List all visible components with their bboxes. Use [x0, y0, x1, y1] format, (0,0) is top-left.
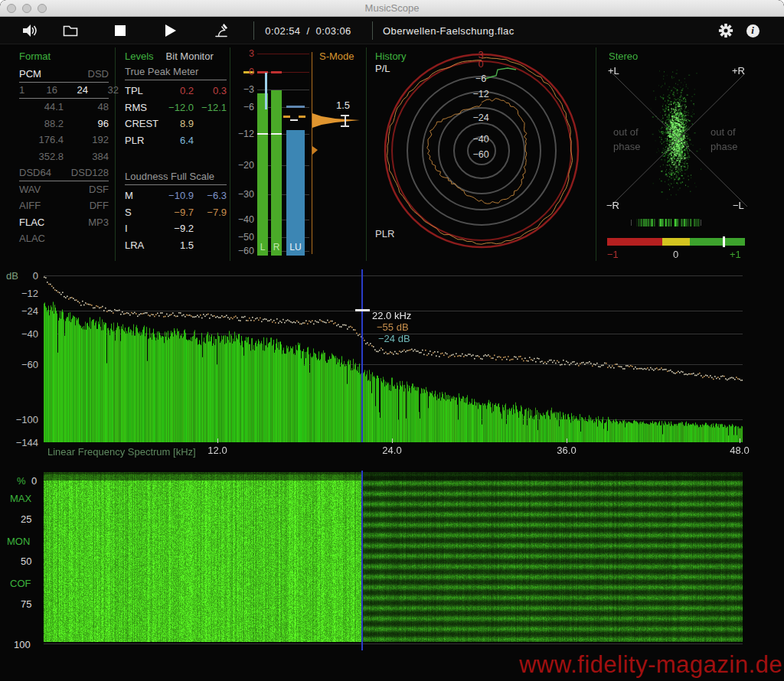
spectrogram-scale-label: %: [17, 475, 26, 487]
smode-value: 1.5: [336, 99, 350, 111]
time-display: 0:02:54 / 0:03:06: [260, 17, 356, 44]
levels-value: 1.5: [163, 239, 194, 251]
spectrum-db-label: −24: [8, 305, 38, 317]
spectrogram-scale-label: 50: [21, 556, 31, 567]
cursor-avg-level: −55 dB: [377, 321, 409, 333]
format-option: DSD64: [19, 167, 51, 178]
levels-row-label: RMS: [125, 102, 163, 113]
spectrogram-scale-label: 25: [21, 513, 31, 525]
format-option: 96: [98, 118, 109, 129]
spectrum-db-label: −100: [8, 414, 38, 425]
spectrogram-display: [44, 472, 743, 642]
levels-row: I−9.2: [125, 220, 227, 237]
level-meters: L R LU 30−3−6−12−20−30−40−50−60: [230, 44, 312, 264]
corr-label-mid: 0: [673, 249, 678, 260]
filename-display: Oberwellen-Faelschung.flac: [383, 17, 536, 44]
history-scale-label: −60: [435, 149, 527, 160]
toolbar: 0:02:54 / 0:03:06 Oberwellen-Faelschung.…: [0, 17, 784, 44]
meter-scale-label: −20: [230, 160, 254, 171]
time-total: 0:03:06: [316, 25, 351, 37]
levels-value: 8.9: [163, 118, 194, 129]
spectrogram-scale-label: 100: [14, 639, 31, 650]
format-option: MP3: [88, 217, 109, 228]
levels-row: TPL0.20.3: [125, 83, 227, 99]
time-separator: /: [306, 25, 309, 37]
meter-scale-label: 3: [230, 48, 254, 59]
spectrum-x-tick: [392, 438, 393, 443]
spectrogram-scale-label: 75: [21, 598, 31, 610]
lu-target-tick: [286, 106, 305, 108]
spectrogram-scale-label: MON: [7, 536, 30, 547]
format-option: 24: [62, 84, 88, 96]
smode-histogram: [312, 112, 363, 130]
spectrum-x-tick: [217, 438, 218, 443]
format-option: DSD128: [71, 167, 109, 178]
analyze-button[interactable]: [212, 17, 232, 44]
spectrum-x-label: 36.0: [557, 445, 576, 456]
corner-label-minus-r: −R: [606, 200, 619, 211]
format-option: 176.4: [19, 134, 64, 145]
format-option: 44.1: [19, 101, 64, 112]
format-option: ALAC: [19, 233, 45, 244]
history-scale-label: −12: [435, 89, 527, 99]
format-row: 88.296: [19, 116, 109, 132]
stop-icon: [115, 25, 126, 36]
format-option: 32: [93, 84, 119, 96]
spectrogram-scale-label: 0: [31, 475, 37, 487]
info-button[interactable]: i: [743, 17, 762, 44]
format-row: 352.8384: [19, 148, 109, 165]
format-row: FLACMP3: [19, 214, 109, 231]
format-option: FLAC: [19, 217, 44, 228]
tab-levels[interactable]: Levels: [125, 51, 154, 62]
format-option: 48: [98, 101, 109, 112]
levels-value: −12.0: [163, 102, 194, 113]
history-mode-label: P/L: [375, 63, 390, 74]
levels-row-label: CREST: [125, 118, 163, 129]
levels-group-header: Loudness Full Scale: [125, 171, 227, 185]
levels-row-label: S: [125, 207, 163, 218]
history-scale-label: 0: [435, 59, 527, 70]
lu-amber-tick-2: [299, 116, 305, 118]
meter-scale-label: −12: [230, 129, 254, 139]
open-file-button[interactable]: [60, 17, 80, 44]
play-button[interactable]: [162, 17, 179, 44]
stereo-panel-title: Stereo: [609, 51, 638, 62]
format-option: PCM: [19, 68, 41, 80]
format-row: AIFFDFF: [19, 197, 109, 214]
spectrum-plot: [44, 269, 743, 442]
playhead-cursor[interactable]: [361, 269, 363, 442]
rms-mark-right: [271, 133, 282, 135]
spectrum-db-label: −12: [8, 288, 38, 299]
correlation-segment: [662, 238, 690, 246]
corner-label-plus-l: +L: [608, 65, 619, 77]
levels-row-label: LRA: [125, 239, 163, 251]
out-of-phase-right: out ofphase: [710, 125, 737, 154]
meter-bar-left: [257, 93, 268, 256]
stop-button[interactable]: [112, 17, 129, 44]
levels-group-header: True Peak Meter: [125, 66, 227, 80]
format-row: 176.4192: [19, 132, 109, 148]
spectrogram-baseline: [44, 644, 743, 644]
meter-scale-label: −60: [230, 246, 254, 256]
spectrogram-scale-label: MAX: [10, 493, 31, 504]
levels-value: −10.9: [163, 190, 194, 201]
format-option: 192: [92, 134, 109, 145]
meter-label-r: R: [271, 242, 282, 253]
spectrogram-scale-label: COF: [10, 578, 31, 589]
microscope-icon: [214, 22, 230, 39]
cursor-peak-level: −24 dB: [378, 333, 410, 344]
levels-value: −7.9: [194, 207, 227, 218]
corr-label-min: −1: [607, 249, 619, 260]
toolbar-separator: [253, 21, 254, 40]
tab-bit-monitor[interactable]: Bit Monitor: [166, 51, 214, 62]
musicscope-window: MusicScope: [0, 0, 784, 681]
settings-button[interactable]: [717, 17, 735, 44]
meter-scale-label: −3: [230, 84, 254, 95]
playhead-cursor-spectrogram[interactable]: [361, 471, 363, 650]
format-row: ALAC: [19, 230, 109, 247]
spectrum-section: dB 0−12−24−40−60−100−144 12.024.036.048.…: [0, 264, 784, 471]
window-title: MusicScope: [0, 2, 784, 14]
spectrum-x-tick: [567, 438, 567, 443]
meter-bar-lu: [286, 130, 305, 256]
volume-button[interactable]: [20, 17, 40, 44]
